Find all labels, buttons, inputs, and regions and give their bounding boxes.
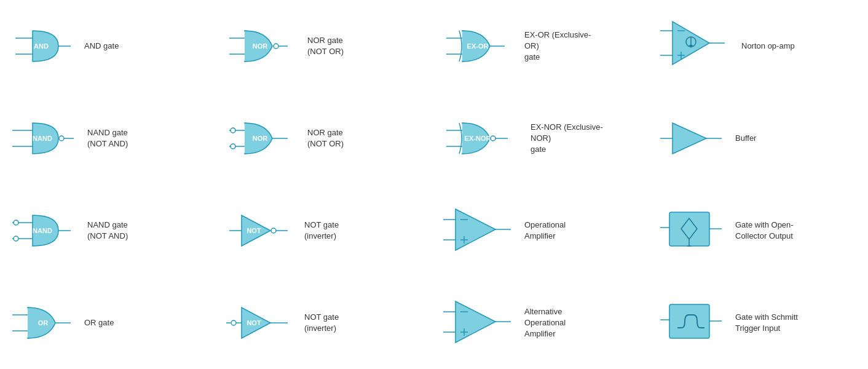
norton-op-amp-label: Norton op-amp: [741, 41, 795, 52]
svg-text:OR: OR: [38, 319, 49, 327]
schmitt-trigger-symbol: [660, 298, 728, 347]
svg-marker-82: [456, 301, 495, 343]
nand-gate-1-symbol: NAND: [9, 117, 80, 160]
cell-not-gate-1: NOT NOT gate(inverter): [217, 184, 434, 277]
or-gate-symbol: OR: [9, 301, 77, 344]
nor-gate-1-symbol: NOR: [226, 25, 300, 68]
svg-point-28: [231, 128, 235, 133]
cell-not-gate-2: NOT NOT gate(inverter): [217, 277, 434, 369]
nor-gate-2-symbol: NOR: [226, 117, 300, 160]
svg-text:AND: AND: [34, 42, 49, 50]
svg-point-47: [14, 236, 18, 241]
alt-op-amp-symbol: [443, 298, 517, 347]
svg-marker-42: [673, 123, 706, 154]
cell-schmitt-trigger: Gate with SchmittTrigger Input: [651, 277, 868, 369]
cell-nand-gate-2: NAND NAND gate(NOT AND): [0, 184, 217, 277]
op-amp-symbol: [443, 206, 517, 255]
svg-text:NOR: NOR: [253, 42, 268, 50]
svg-text:NOT: NOT: [247, 319, 261, 327]
op-amp-label: Operational Amplifier: [524, 220, 598, 242]
and-gate-label: AND gate: [84, 41, 119, 52]
cell-ex-or-gate: EX-OR EX-OR (Exclusive-OR)gate: [434, 0, 651, 92]
cell-gate-open-collector: Gate with Open-Collector Output: [651, 184, 868, 277]
svg-point-31: [231, 144, 235, 149]
nor-gate-2-label: NOR gate(NOT OR): [307, 127, 344, 149]
svg-point-26: [59, 136, 64, 141]
not-gate-1-symbol: NOT: [226, 209, 297, 252]
ex-or-gate-label: EX-OR (Exclusive-OR)gate: [524, 30, 598, 63]
nand-gate-2-label: NAND gate(NOT AND): [87, 220, 128, 242]
alt-op-amp-label: AlternativeOperational Amplifier: [524, 306, 598, 340]
not-gate-2-label: NOT gate(inverter): [304, 312, 339, 334]
svg-text:NAND: NAND: [33, 227, 52, 234]
buffer-symbol: [660, 117, 728, 160]
and-gate-symbol: AND: [9, 25, 77, 68]
open-collector-label: Gate with Open-Collector Output: [735, 220, 794, 242]
svg-text:NAND: NAND: [33, 135, 52, 142]
svg-point-55: [271, 228, 276, 233]
main-grid: AND AND gate NOR NOR gate(NOT OR): [0, 0, 868, 369]
not-gate-1-label: NOT gate(inverter): [304, 220, 339, 242]
norton-op-amp-symbol: [660, 18, 734, 74]
not-gate-2-symbol: NOT: [226, 301, 297, 344]
cell-norton-op-amp: Norton op-amp: [651, 0, 868, 92]
cell-nor-gate-2: NOR NOR gate(NOT OR): [217, 92, 434, 184]
svg-text:EX-NOR: EX-NOR: [465, 135, 491, 142]
svg-point-44: [14, 220, 18, 225]
nand-gate-1-label: NAND gate(NOT AND): [87, 127, 128, 149]
svg-marker-59: [456, 209, 495, 250]
cell-buffer: Buffer: [651, 92, 868, 184]
svg-text:NOR: NOR: [253, 135, 268, 142]
cell-alt-op-amp: AlternativeOperational Amplifier: [434, 277, 651, 369]
svg-point-39: [491, 136, 495, 141]
ex-nor-gate-label: EX-NOR (Exclusive-NOR)gate: [531, 122, 604, 156]
cell-ex-nor-gate: EX-NOR EX-NOR (Exclusive-NOR)gate: [434, 92, 651, 184]
or-gate-label: OR gate: [84, 317, 114, 328]
buffer-label: Buffer: [735, 133, 756, 144]
svg-text:NOT: NOT: [247, 227, 261, 234]
cell-op-amp: Operational Amplifier: [434, 184, 651, 277]
svg-point-7: [274, 44, 278, 49]
cell-and-gate: AND AND gate: [0, 0, 217, 92]
cell-nor-gate-1: NOR NOR gate(NOT OR): [217, 0, 434, 92]
svg-rect-88: [669, 304, 709, 338]
ex-or-gate-symbol: EX-OR: [443, 25, 517, 68]
nand-gate-2-symbol: NAND: [9, 209, 80, 252]
ex-nor-gate-symbol: EX-NOR: [443, 117, 523, 160]
cell-nand-gate-1: NAND NAND gate(NOT AND): [0, 92, 217, 184]
nor-gate-1-label: NOR gate(NOT OR): [307, 35, 344, 57]
open-collector-symbol: [660, 206, 728, 255]
schmitt-trigger-label: Gate with SchmittTrigger Input: [735, 312, 798, 334]
cell-or-gate: OR OR gate: [0, 277, 217, 369]
svg-text:EX-OR: EX-OR: [467, 42, 489, 50]
svg-point-75: [231, 320, 236, 325]
